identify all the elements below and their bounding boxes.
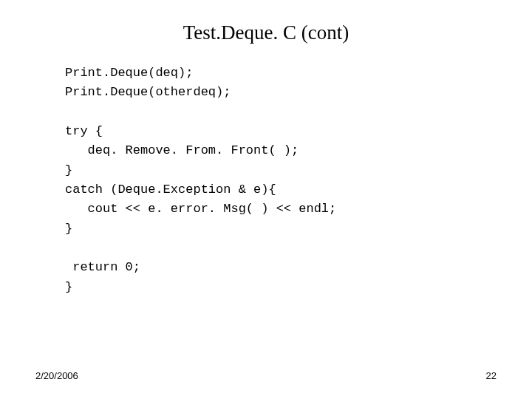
- code-block: Print.Deque(deq); Print.Deque(otherdeq);…: [65, 64, 336, 297]
- footer-page-number: 22: [486, 370, 497, 381]
- slide: Test.Deque. C (cont) Print.Deque(deq); P…: [0, 0, 532, 399]
- footer-date: 2/20/2006: [35, 370, 78, 381]
- slide-title: Test.Deque. C (cont): [0, 21, 532, 44]
